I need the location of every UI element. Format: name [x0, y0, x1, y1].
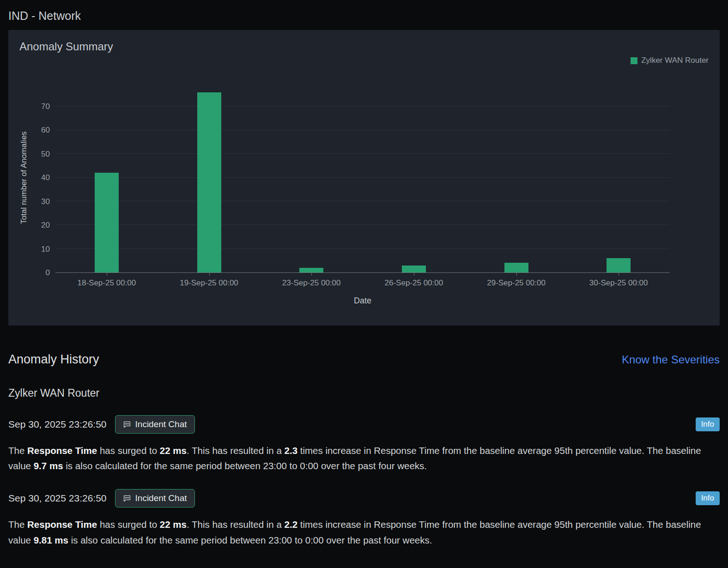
x-tick-label: 29-Sep-25 00:00 — [465, 278, 568, 288]
chart-legend: Zylker WAN Router — [19, 56, 709, 65]
incident-chat-button[interactable]: Incident Chat — [115, 415, 195, 434]
device-name: Zylker WAN Router — [8, 387, 720, 399]
anomaly-entry: Sep 30, 2025 23:26:50 Incident Chat Info… — [8, 415, 720, 473]
anomaly-entry-row: Sep 30, 2025 23:26:50 Incident Chat Info — [8, 415, 720, 434]
bar-30-Sep-25 00:00[interactable] — [607, 258, 631, 272]
bar-19-Sep-25 00:00[interactable] — [197, 92, 221, 272]
chat-bubble-icon — [123, 494, 131, 502]
y-axis-ticks: 010203040506070 — [31, 83, 55, 273]
x-axis-ticks: 18-Sep-25 00:0019-Sep-25 00:0023-Sep-25 … — [55, 278, 670, 288]
y-tick-10: 10 — [41, 245, 50, 254]
x-tick-label: 26-Sep-25 00:00 — [363, 278, 465, 288]
anomaly-summary-title: Anomaly Summary — [19, 40, 709, 53]
y-tick-20: 20 — [41, 221, 50, 230]
chart-column — [158, 83, 261, 272]
plot-area — [55, 83, 670, 273]
anomaly-history-header: Anomaly History Know the Severities — [8, 352, 720, 367]
chart-column — [567, 83, 670, 272]
page: IND - Network Anomaly Summary Zylker WAN… — [0, 0, 728, 562]
chat-bubble-icon — [123, 420, 131, 429]
legend-label: Zylker WAN Router — [641, 56, 709, 65]
x-axis-label: Date — [55, 296, 670, 306]
y-tick-30: 30 — [41, 197, 50, 206]
legend-item-zylker-wan-router[interactable]: Zylker WAN Router — [631, 56, 709, 65]
incident-chat-button[interactable]: Incident Chat — [115, 489, 195, 508]
severity-badge-info: Info — [696, 491, 720, 505]
anomaly-history-title: Anomaly History — [8, 352, 99, 367]
x-tick-label: 19-Sep-25 00:00 — [158, 278, 261, 288]
y-tick-0: 0 — [46, 268, 50, 278]
bar-29-Sep-25 00:00[interactable] — [504, 263, 528, 272]
y-tick-70: 70 — [41, 102, 50, 111]
chart-column — [260, 83, 363, 272]
x-tick-label: 18-Sep-25 00:00 — [55, 278, 158, 288]
y-axis-label: Total number of Anomalies — [19, 83, 31, 273]
incident-chat-label: Incident Chat — [135, 493, 187, 503]
entry-timestamp: Sep 30, 2025 23:26:50 — [8, 493, 107, 504]
anomaly-description: The Response Time has surged to 22 ms. T… — [8, 517, 720, 547]
entry-timestamp: Sep 30, 2025 23:26:50 — [8, 419, 107, 430]
anomaly-summary-chart: Total number of Anomalies 01020304050607… — [19, 83, 709, 306]
anomaly-entry-row: Sep 30, 2025 23:26:50 Incident Chat Info — [8, 489, 720, 508]
anomaly-entry: Sep 30, 2025 23:26:50 Incident Chat Info… — [8, 489, 720, 547]
bar-23-Sep-25 00:00[interactable] — [299, 268, 323, 272]
chart-column — [465, 83, 568, 272]
page-title: IND - Network — [8, 0, 720, 30]
legend-swatch-icon — [631, 57, 637, 64]
bar-18-Sep-25 00:00[interactable] — [95, 173, 119, 272]
chart-column — [363, 83, 465, 272]
x-tick-label: 23-Sep-25 00:00 — [260, 278, 363, 288]
incident-chat-label: Incident Chat — [135, 419, 187, 429]
chart-column — [55, 83, 158, 272]
know-the-severities-link[interactable]: Know the Severities — [622, 353, 720, 366]
bar-26-Sep-25 00:00[interactable] — [402, 266, 426, 272]
y-tick-50: 50 — [41, 150, 50, 159]
x-tick-label: 30-Sep-25 00:00 — [567, 278, 670, 288]
anomaly-summary-panel: Anomaly Summary Zylker WAN Router Total … — [8, 30, 720, 326]
y-tick-60: 60 — [41, 126, 50, 135]
y-tick-40: 40 — [41, 173, 50, 182]
anomaly-description: The Response Time has surged to 22 ms. T… — [8, 443, 720, 473]
severity-badge-info: Info — [696, 417, 720, 431]
